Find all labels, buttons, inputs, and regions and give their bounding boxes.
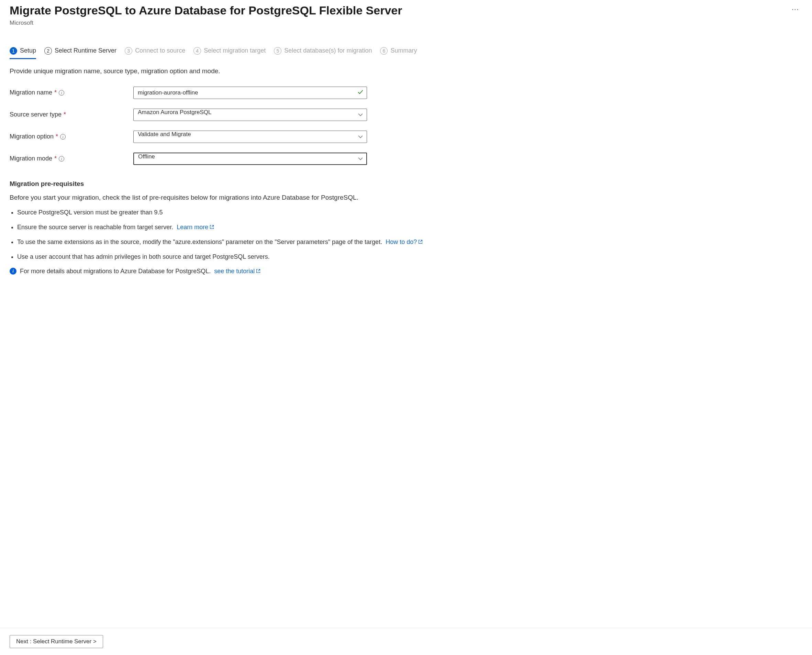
tutorial-row: i For more details about migrations to A…: [9, 268, 803, 275]
more-button[interactable]: ···: [788, 3, 803, 15]
list-item: Source PostgreSQL version must be greate…: [17, 208, 803, 217]
tab-label: Select migration target: [204, 47, 266, 54]
page-subtitle: Microsoft: [9, 20, 402, 26]
migration-option-select[interactable]: Validate and Migrate: [133, 131, 367, 143]
tab-select-runtime-server[interactable]: 2 Select Runtime Server: [44, 47, 117, 59]
tab-label: Summary: [391, 47, 417, 54]
migration-mode-label: Migration mode * i: [9, 155, 133, 162]
required-indicator: *: [56, 133, 58, 140]
list-item: Use a user account that has admin privil…: [17, 252, 803, 261]
tab-label: Select Runtime Server: [55, 47, 117, 54]
info-icon: i: [9, 268, 17, 275]
prereq-list: Source PostgreSQL version must be greate…: [9, 208, 803, 261]
migration-mode-select[interactable]: Offline: [133, 152, 367, 165]
external-link-icon: [256, 268, 260, 275]
see-tutorial-link[interactable]: see the tutorial: [214, 268, 260, 275]
tab-select-databases: 5 Select database(s) for migration: [274, 47, 372, 59]
migration-name-input[interactable]: [133, 87, 367, 99]
info-icon[interactable]: i: [59, 90, 64, 95]
intro-text: Provide unique migration name, source ty…: [9, 68, 803, 75]
learn-more-link[interactable]: Learn more: [177, 224, 214, 231]
setup-form: Migration name * i Source server type * …: [9, 87, 367, 165]
external-link-icon: [210, 223, 214, 232]
how-to-do-link[interactable]: How to do?: [386, 238, 423, 245]
page-title: Migrate PostgreSQL to Azure Database for…: [9, 3, 402, 17]
source-server-type-label: Source server type *: [9, 111, 133, 118]
tab-label: Setup: [20, 47, 36, 54]
step-number: 1: [9, 47, 17, 55]
required-indicator: *: [63, 111, 66, 118]
list-item: Ensure the source server is reachable fr…: [17, 223, 803, 232]
prereq-intro: Before you start your migration, check t…: [9, 194, 803, 201]
wizard-tabs: 1 Setup 2 Select Runtime Server 3 Connec…: [9, 47, 803, 59]
list-item: To use the same extensions as in the sou…: [17, 238, 803, 246]
tab-select-migration-target: 4 Select migration target: [194, 47, 266, 59]
info-icon[interactable]: i: [60, 134, 66, 140]
step-number: 2: [44, 47, 52, 55]
tab-summary: 6 Summary: [380, 47, 417, 59]
source-server-type-select[interactable]: Amazon Aurora PostgreSQL: [133, 109, 367, 121]
tab-label: Connect to source: [135, 47, 185, 54]
prereq-heading: Migration pre-requisites: [9, 180, 803, 188]
migration-name-label: Migration name * i: [9, 89, 133, 96]
step-number: 5: [274, 47, 281, 55]
step-number: 4: [194, 47, 201, 55]
step-number: 3: [125, 47, 132, 55]
step-number: 6: [380, 47, 388, 55]
required-indicator: *: [54, 89, 57, 96]
tab-label: Select database(s) for migration: [284, 47, 372, 54]
external-link-icon: [418, 238, 423, 246]
info-icon[interactable]: i: [59, 156, 64, 161]
tab-setup[interactable]: 1 Setup: [9, 47, 36, 59]
migration-option-label: Migration option * i: [9, 133, 133, 140]
tab-connect-to-source: 3 Connect to source: [125, 47, 185, 59]
required-indicator: *: [54, 155, 57, 162]
